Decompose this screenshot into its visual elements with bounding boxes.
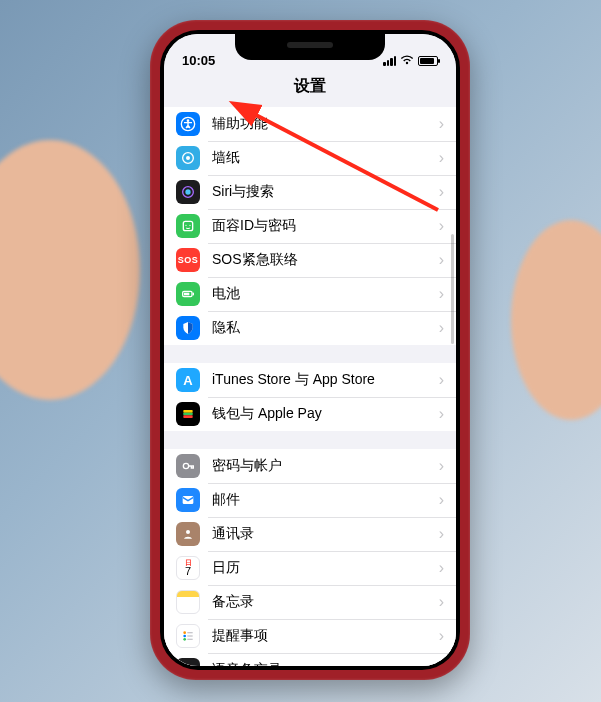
- svg-point-15: [183, 463, 188, 468]
- settings-row-faceid[interactable]: 面容ID与密码 ›: [164, 209, 456, 243]
- svg-point-17: [186, 530, 190, 534]
- settings-row-battery[interactable]: 电池 ›: [164, 277, 456, 311]
- row-label: 提醒事项: [212, 627, 439, 645]
- chevron-right-icon: ›: [439, 593, 444, 611]
- row-label: iTunes Store 与 App Store: [212, 371, 439, 389]
- svg-rect-23: [187, 639, 192, 640]
- settings-row-privacy[interactable]: 隐私 ›: [164, 311, 456, 345]
- settings-row-siri[interactable]: Siri与搜索 ›: [164, 175, 456, 209]
- chevron-right-icon: ›: [439, 251, 444, 269]
- chevron-right-icon: ›: [439, 371, 444, 389]
- passwords-icon: [176, 454, 200, 478]
- phone-bezel: 10:05 设置 辅助功能 › 墙纸 › Siri与搜索 › 面容: [160, 30, 460, 670]
- row-label: 通讯录: [212, 525, 439, 543]
- svg-rect-12: [183, 410, 192, 413]
- contacts-icon: [176, 522, 200, 546]
- settings-row-notes[interactable]: 备忘录 ›: [164, 585, 456, 619]
- settings-row-reminders[interactable]: 提醒事项 ›: [164, 619, 456, 653]
- chevron-right-icon: ›: [439, 149, 444, 167]
- chevron-right-icon: ›: [439, 627, 444, 645]
- chevron-right-icon: ›: [439, 319, 444, 337]
- svg-point-7: [185, 225, 186, 226]
- wallet-icon: [176, 402, 200, 426]
- settings-row-wallpaper[interactable]: 墙纸 ›: [164, 141, 456, 175]
- wifi-icon: [400, 54, 414, 68]
- voice-memos-icon: [176, 658, 200, 666]
- row-label: 面容ID与密码: [212, 217, 439, 235]
- battery-icon: [176, 282, 200, 306]
- app-store-icon: A: [176, 368, 200, 392]
- svg-rect-13: [183, 413, 192, 416]
- battery-icon: [418, 56, 438, 66]
- mail-icon: [176, 488, 200, 512]
- row-label: 墙纸: [212, 149, 439, 167]
- svg-point-1: [187, 119, 190, 122]
- row-label: 日历: [212, 559, 439, 577]
- row-label: SOS紧急联络: [212, 251, 439, 269]
- settings-row-wallet[interactable]: 钱包与 Apple Pay ›: [164, 397, 456, 431]
- wallpaper-icon: [176, 146, 200, 170]
- row-label: 邮件: [212, 491, 439, 509]
- settings-row-app-store[interactable]: A iTunes Store 与 App Store ›: [164, 363, 456, 397]
- svg-point-3: [186, 156, 190, 160]
- notes-icon: [176, 590, 200, 614]
- svg-point-19: [183, 635, 186, 638]
- chevron-right-icon: ›: [439, 217, 444, 235]
- chevron-right-icon: ›: [439, 115, 444, 133]
- svg-point-8: [189, 225, 190, 226]
- chevron-right-icon: ›: [439, 183, 444, 201]
- hand-shape: [511, 220, 601, 420]
- settings-list[interactable]: 辅助功能 › 墙纸 › Siri与搜索 › 面容ID与密码 › SOS SOS紧…: [164, 107, 456, 666]
- signal-icon: [383, 56, 396, 66]
- row-label: 钱包与 Apple Pay: [212, 405, 439, 423]
- svg-point-5: [185, 189, 190, 194]
- settings-row-mail[interactable]: 邮件 ›: [164, 483, 456, 517]
- scroll-indicator: [451, 234, 454, 344]
- svg-rect-10: [193, 293, 194, 296]
- row-label: Siri与搜索: [212, 183, 439, 201]
- chevron-right-icon: ›: [439, 661, 444, 666]
- calendar-icon: 日7: [176, 556, 200, 580]
- row-label: 隐私: [212, 319, 439, 337]
- settings-row-calendar[interactable]: 日7 日历 ›: [164, 551, 456, 585]
- row-label: 语音备忘录: [212, 661, 439, 666]
- svg-rect-11: [184, 293, 189, 296]
- svg-rect-21: [187, 632, 192, 633]
- faceid-icon: [176, 214, 200, 238]
- notch: [235, 34, 385, 60]
- svg-rect-22: [187, 635, 192, 636]
- phone-frame: 10:05 设置 辅助功能 › 墙纸 › Siri与搜索 › 面容: [150, 20, 470, 680]
- row-label: 备忘录: [212, 593, 439, 611]
- sos-icon: SOS: [176, 248, 200, 272]
- accessibility-icon: [176, 112, 200, 136]
- settings-row-accessibility[interactable]: 辅助功能 ›: [164, 107, 456, 141]
- svg-point-20: [183, 638, 186, 641]
- reminders-icon: [176, 624, 200, 648]
- siri-icon: [176, 180, 200, 204]
- settings-row-voice-memos[interactable]: 语音备忘录 ›: [164, 653, 456, 666]
- page-title: 设置: [164, 70, 456, 107]
- row-label: 密码与帐户: [212, 457, 439, 475]
- chevron-right-icon: ›: [439, 457, 444, 475]
- chevron-right-icon: ›: [439, 559, 444, 577]
- row-label: 辅助功能: [212, 115, 439, 133]
- chevron-right-icon: ›: [439, 525, 444, 543]
- settings-row-sos[interactable]: SOS SOS紧急联络 ›: [164, 243, 456, 277]
- privacy-icon: [176, 316, 200, 340]
- svg-rect-14: [183, 415, 192, 418]
- settings-row-passwords[interactable]: 密码与帐户 ›: [164, 449, 456, 483]
- screen: 10:05 设置 辅助功能 › 墙纸 › Siri与搜索 › 面容: [164, 34, 456, 666]
- chevron-right-icon: ›: [439, 491, 444, 509]
- svg-rect-6: [183, 221, 192, 230]
- chevron-right-icon: ›: [439, 285, 444, 303]
- row-label: 电池: [212, 285, 439, 303]
- svg-point-18: [183, 631, 186, 634]
- chevron-right-icon: ›: [439, 405, 444, 423]
- settings-row-contacts[interactable]: 通讯录 ›: [164, 517, 456, 551]
- status-time: 10:05: [182, 53, 215, 68]
- hand-shape: [0, 140, 140, 400]
